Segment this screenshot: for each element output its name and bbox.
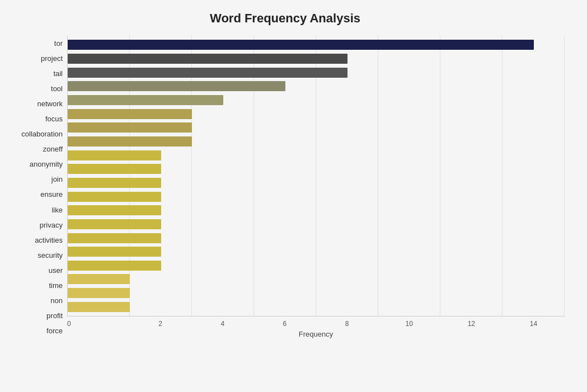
y-label-privacy: privacy — [40, 221, 63, 229]
x-tick-6: 6 — [253, 320, 316, 328]
x-axis-labels: 02468101214 — [67, 317, 565, 328]
bar-row-join — [68, 162, 565, 176]
bar-row-zoneff — [68, 135, 565, 149]
bar-row-security — [68, 231, 565, 245]
y-labels: torprojecttailtoolnetworkfocuscollaborat… — [6, 36, 67, 338]
bar-row-user — [68, 245, 565, 259]
y-label-tool: tool — [51, 85, 63, 92]
bar-row-tail — [68, 65, 565, 79]
bar-tail — [68, 68, 347, 78]
y-label-focus: focus — [45, 115, 63, 122]
y-label-like: like — [51, 206, 63, 214]
y-label-force: force — [46, 327, 63, 334]
bar-row-profit — [68, 286, 565, 300]
chart-container: Word Frequency Analysis torprojecttailto… — [0, 0, 587, 392]
y-label-tor: tor — [54, 40, 63, 47]
bar-project — [68, 54, 347, 64]
bar-row-project — [68, 52, 565, 66]
bar-ensure — [68, 178, 161, 188]
chart-title: Word Frequency Analysis — [6, 11, 565, 26]
bar-row-network — [68, 93, 565, 107]
bar-like — [68, 192, 161, 202]
x-tick-14: 14 — [503, 320, 565, 328]
x-tick-4: 4 — [191, 320, 253, 328]
y-label-non: non — [50, 297, 63, 304]
bar-row-force — [68, 300, 565, 314]
bar-row-anonymity — [68, 148, 565, 162]
x-tick-8: 8 — [316, 320, 378, 328]
bar-collaboration — [68, 122, 192, 133]
bar-tool — [68, 81, 285, 91]
y-label-ensure: ensure — [40, 191, 63, 198]
bar-row-activities — [68, 218, 565, 232]
y-label-join: join — [51, 176, 63, 183]
y-label-user: user — [49, 267, 63, 274]
bars-and-grid: 02468101214 Frequency — [67, 36, 565, 338]
bar-network — [68, 95, 223, 105]
y-label-network: network — [37, 100, 63, 107]
y-label-time: time — [49, 282, 63, 289]
y-label-zoneff: zoneff — [43, 145, 63, 153]
bars-column — [68, 36, 565, 316]
y-label-collaboration: collaboration — [21, 130, 63, 138]
x-tick-0: 0 — [67, 320, 129, 328]
bar-activities — [68, 219, 161, 229]
chart-area: torprojecttailtoolnetworkfocuscollaborat… — [6, 36, 565, 338]
bar-row-time — [68, 259, 565, 273]
y-label-project: project — [41, 55, 63, 62]
bar-row-ensure — [68, 176, 565, 190]
y-label-anonymity: anonymity — [30, 160, 63, 168]
grid-and-bars — [67, 36, 565, 317]
y-label-profit: profit — [46, 312, 63, 319]
bar-anonymity — [68, 150, 161, 160]
bar-join — [68, 164, 161, 174]
bar-row-tor — [68, 38, 565, 52]
bar-row-privacy — [68, 204, 565, 218]
x-tick-12: 12 — [440, 320, 503, 328]
bar-security — [68, 233, 161, 243]
bar-row-tool — [68, 79, 565, 93]
bar-zoneff — [68, 136, 192, 147]
x-tick-2: 2 — [129, 320, 191, 328]
y-label-tail: tail — [53, 70, 63, 77]
bar-row-non — [68, 272, 565, 286]
bar-tor — [68, 40, 534, 50]
bar-row-collaboration — [68, 121, 565, 135]
x-tick-10: 10 — [378, 320, 440, 328]
bar-privacy — [68, 205, 161, 215]
bar-force — [68, 302, 130, 312]
y-label-security: security — [37, 252, 63, 259]
bar-row-like — [68, 190, 565, 204]
bar-user — [68, 247, 161, 257]
bar-row-focus — [68, 107, 565, 121]
bar-non — [68, 274, 130, 284]
bar-focus — [68, 109, 192, 119]
bar-profit — [68, 288, 130, 298]
x-axis-title: Frequency — [67, 330, 565, 338]
y-label-activities: activities — [35, 237, 63, 244]
bar-time — [68, 261, 161, 271]
